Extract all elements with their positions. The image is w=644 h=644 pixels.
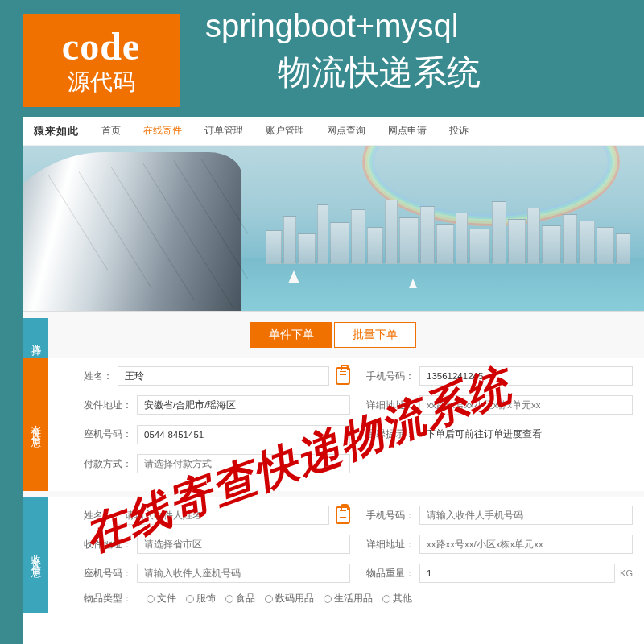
skyline-graphic	[266, 198, 644, 264]
receiver-panel: 收件人信息 姓名： 手机号码： 收件地址：	[23, 497, 644, 613]
receiver-phone-input[interactable]	[419, 506, 633, 525]
nav-account[interactable]: 账户管理	[266, 124, 304, 138]
clipboard-icon[interactable]	[336, 506, 350, 524]
header-line2: 物流快递系统	[278, 50, 481, 95]
nav-branch-query[interactable]: 网点查询	[327, 124, 365, 138]
sailboat-icon	[409, 279, 417, 288]
sender-phone-label: 手机号码：	[366, 370, 415, 382]
sender-name-input[interactable]	[118, 366, 329, 386]
cat-digital[interactable]: 数码用品	[265, 592, 314, 605]
hero-banner	[23, 146, 644, 312]
cat-doc[interactable]: 文件	[147, 592, 176, 605]
sender-remark-label: 温馨提示：	[366, 428, 415, 440]
content-area: 选择 单件下单 批量下单 寄件人信息 姓名： 手机号码：	[23, 312, 644, 613]
sender-pay-label: 付款方式：	[84, 458, 132, 470]
nav-orders[interactable]: 订单管理	[204, 124, 243, 138]
tab-single-order[interactable]: 单件下单	[250, 322, 332, 348]
header-line1: springboot+mysql	[205, 8, 459, 44]
sender-addr-select[interactable]	[137, 395, 350, 415]
receiver-detail-label: 详细地址：	[366, 539, 415, 551]
cat-food[interactable]: 食品	[225, 592, 255, 605]
cat-clothes[interactable]: 服饰	[186, 592, 216, 605]
topbar: 猿来如此 首页 在线寄件 订单管理 账户管理 网点查询 网点申请 投诉	[23, 117, 644, 146]
sailboat-icon	[288, 270, 299, 283]
sender-name-label: 姓名：	[84, 370, 113, 382]
receiver-weight-input[interactable]	[419, 564, 615, 583]
sender-tel-input[interactable]	[137, 425, 350, 444]
nav-complaint[interactable]: 投诉	[449, 124, 469, 138]
receiver-name-input[interactable]	[118, 506, 329, 525]
receiver-addr-label: 收件地址：	[84, 539, 132, 551]
radio-icon	[324, 595, 332, 603]
sender-panel: 寄件人信息 姓名： 手机号码： 发件地址：	[23, 358, 644, 491]
order-mode-tabs: 选择 单件下单 批量下单	[23, 312, 644, 358]
logo-main: code	[62, 24, 140, 68]
main-nav: 首页 在线寄件 订单管理 账户管理 网点查询 网点申请 投诉	[101, 124, 469, 138]
sender-panel-label: 寄件人信息	[23, 358, 48, 491]
radio-icon	[265, 595, 273, 603]
tab-batch-order[interactable]: 批量下单	[334, 322, 416, 348]
logo-sub: 源代码	[68, 67, 135, 97]
radio-icon	[186, 595, 194, 603]
clipboard-icon[interactable]	[336, 367, 350, 385]
sender-detail-label: 详细地址：	[366, 399, 415, 411]
cat-living[interactable]: 生活用品	[324, 592, 373, 605]
radio-icon	[147, 595, 155, 603]
cat-other[interactable]: 其他	[382, 592, 412, 605]
receiver-tel-input[interactable]	[137, 564, 350, 583]
sender-phone-input[interactable]	[419, 366, 633, 386]
sender-detail-input[interactable]	[419, 395, 633, 415]
nav-branch-apply[interactable]: 网点申请	[388, 124, 427, 138]
nav-online-send[interactable]: 在线寄件	[143, 124, 182, 138]
ship-graphic	[23, 152, 248, 312]
receiver-weight-label: 物品重量：	[366, 568, 415, 580]
weight-unit: KG	[620, 568, 633, 578]
receiver-phone-label: 手机号码：	[366, 510, 415, 522]
receiver-panel-label: 收件人信息	[23, 497, 48, 613]
receiver-addr-select[interactable]	[137, 535, 350, 554]
category-label: 物品类型：	[84, 592, 132, 605]
sender-pay-select[interactable]	[137, 454, 350, 473]
side-tab-select: 选择	[23, 318, 48, 358]
receiver-detail-input[interactable]	[419, 535, 633, 554]
sender-addr-label: 发件地址：	[84, 399, 132, 411]
sender-remark-text: 下单后可前往订单进度查看	[419, 424, 633, 444]
logo-badge: code 源代码	[23, 14, 180, 107]
nav-home[interactable]: 首页	[101, 124, 121, 138]
radio-icon	[225, 595, 233, 603]
radio-icon	[382, 595, 390, 603]
app-window: 猿来如此 首页 在线寄件 订单管理 账户管理 网点查询 网点申请 投诉 选择	[23, 117, 644, 644]
receiver-name-label: 姓名：	[84, 510, 113, 522]
brand: 猿来如此	[34, 124, 79, 138]
sender-tel-label: 座机号码：	[84, 428, 132, 440]
receiver-tel-label: 座机号码：	[84, 568, 132, 580]
